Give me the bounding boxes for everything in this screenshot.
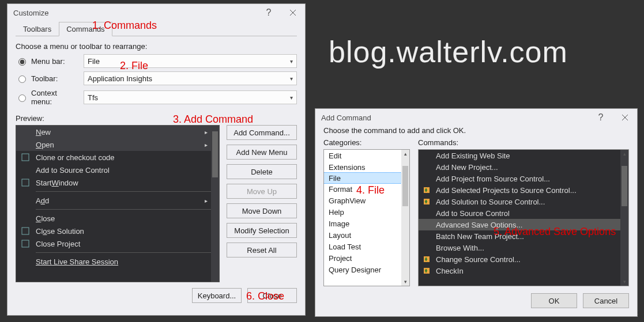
preview-menu-item[interactable]: Start Window — [16, 176, 219, 189]
radio-menubar[interactable] — [18, 58, 26, 66]
command-item[interactable]: Advanced Save Options... — [419, 219, 628, 230]
tab-toolbars[interactable]: Toolbars — [16, 22, 59, 36]
submenu-arrow-icon: ▸ — [205, 129, 208, 135]
svg-rect-5 — [22, 240, 29, 247]
command-item-label: CheckIn — [436, 267, 464, 275]
command-item[interactable]: Add Solution to Source Control... — [419, 196, 628, 207]
scroll-down-icon[interactable]: ▾ — [401, 278, 409, 286]
svg-rect-2 — [22, 154, 29, 161]
scrollbar-thumb[interactable] — [402, 166, 408, 206]
command-item-label: Add Solution to Source Control... — [436, 198, 545, 206]
close-button[interactable]: Close — [247, 288, 297, 303]
help-button[interactable]: ? — [257, 4, 281, 21]
close-icon[interactable] — [281, 4, 305, 21]
preview-menu-item[interactable]: Start Live Share Session — [16, 255, 219, 268]
tab-commands[interactable]: Commands — [59, 22, 112, 36]
category-item[interactable]: Help — [324, 206, 409, 218]
menu-separator — [36, 252, 213, 253]
radio-toolbar-label[interactable]: Toolbar: — [16, 74, 79, 83]
keyboard-button[interactable]: Keyboard... — [192, 288, 242, 303]
command-item[interactable]: Add Project from Source Control... — [419, 173, 628, 184]
add-command-button[interactable]: Add Command... — [227, 125, 297, 140]
menu-item-label: Close Project — [36, 240, 80, 248]
preview-listbox[interactable]: New▸Open▸Clone or checkout codeAdd to So… — [16, 125, 220, 282]
plus-green-icon — [422, 197, 431, 206]
category-item[interactable]: Edit — [324, 150, 409, 161]
command-item[interactable]: Add New Project... — [419, 161, 628, 173]
help-button[interactable]: ? — [589, 109, 613, 126]
scroll-up-icon[interactable]: ▴ — [401, 150, 409, 158]
chevron-down-icon: ▾ — [290, 58, 293, 65]
category-item[interactable]: File — [323, 172, 410, 184]
category-item[interactable]: Project — [324, 252, 409, 264]
radio-menubar-label[interactable]: Menu bar: — [16, 56, 79, 66]
contextmenu-combo[interactable]: Tfs ▾ — [84, 90, 297, 104]
radio-contextmenu-label[interactable]: Context menu: — [16, 89, 79, 106]
preview-menu-item[interactable]: Open▸ — [16, 138, 219, 151]
tabstrip: Toolbars Commands — [16, 21, 297, 36]
addcmd-prompt: Choose the command to add and click OK. — [323, 126, 629, 135]
add-new-menu-button[interactable]: Add New Menu — [227, 145, 297, 160]
command-item-label: Add to Source Control — [436, 209, 510, 218]
menubar-combo[interactable]: File ▾ — [84, 54, 297, 68]
addcmd-titlebar[interactable]: Add Command ? — [315, 109, 637, 126]
menubar-combo-value: File — [88, 57, 100, 66]
command-item[interactable]: Change Source Control... — [419, 253, 628, 265]
preview-menu-item[interactable]: New▸ — [16, 126, 219, 138]
preview-menu-item[interactable]: Close — [16, 212, 219, 225]
customize-titlebar[interactable]: Customize ? — [7, 4, 305, 21]
change-icon — [422, 255, 431, 264]
scrollbar-thumb[interactable] — [212, 131, 218, 177]
chevron-down-icon: ▾ — [290, 94, 293, 101]
category-item[interactable]: Query Designer — [324, 264, 409, 275]
preview-menu-item[interactable]: Add▸ — [16, 194, 219, 207]
preview-menu-item[interactable]: Close Solution — [16, 225, 219, 237]
scroll-up-icon[interactable]: ▴ — [620, 150, 628, 158]
preview-menu-item[interactable]: Add to Source Control — [16, 164, 219, 176]
toolbar-combo[interactable]: Application Insights ▾ — [84, 71, 297, 85]
submenu-arrow-icon: ▸ — [205, 198, 208, 204]
commands-listbox[interactable]: Add Existing Web SiteAdd New Project...A… — [418, 149, 629, 286]
categories-label: Categories: — [323, 138, 410, 147]
command-item[interactable]: Add Existing Web Site — [419, 150, 628, 161]
category-item[interactable]: Layout — [324, 229, 409, 241]
reset-all-button[interactable]: Reset All — [227, 243, 297, 257]
cancel-button[interactable]: Cancel — [583, 293, 629, 308]
category-item[interactable]: Image — [324, 218, 409, 229]
modify-selection-button[interactable]: Modify Selection — [227, 223, 297, 238]
scrollbar[interactable] — [211, 126, 219, 282]
delete-button[interactable]: Delete — [227, 164, 297, 179]
contextmenu-combo-value: Tfs — [88, 93, 98, 102]
svg-rect-3 — [22, 179, 29, 186]
command-item-label: Advanced Save Options... — [436, 221, 522, 229]
category-item[interactable]: Extensions — [324, 161, 409, 173]
clone-icon — [21, 153, 30, 162]
scrollbar[interactable]: ▴▾ — [401, 150, 409, 286]
command-item[interactable]: Batch New Team Project... — [419, 230, 628, 242]
ok-button[interactable]: OK — [531, 293, 577, 308]
category-item[interactable]: GraphView — [324, 195, 409, 206]
preview-menu-item[interactable]: Close Project — [16, 237, 219, 250]
command-item[interactable]: Browse With... — [419, 242, 628, 253]
category-item[interactable]: Load Test — [324, 241, 409, 252]
menu-item-label: Clone or checkout code — [36, 153, 115, 162]
move-up-button[interactable]: Move Up — [227, 184, 297, 199]
category-item[interactable]: Format — [324, 183, 409, 195]
command-item-label: Add Project from Source Control... — [436, 175, 550, 183]
close-icon[interactable] — [613, 109, 637, 126]
scrollbar-thumb[interactable] — [622, 166, 627, 206]
move-down-button[interactable]: Move Down — [227, 203, 297, 218]
command-item[interactable]: Add to Source Control — [419, 207, 628, 219]
toolbar-text: Toolbar: — [31, 74, 58, 83]
radio-contextmenu[interactable] — [18, 94, 26, 102]
customize-title: Customize — [13, 9, 48, 17]
categories-listbox[interactable]: EditExtensionsFileFormatGraphViewHelpIma… — [323, 149, 410, 286]
checkin-icon — [422, 266, 431, 275]
radio-toolbar[interactable] — [18, 75, 26, 83]
preview-menu-item[interactable]: Clone or checkout code — [16, 151, 219, 164]
command-item[interactable]: Add Selected Projects to Source Control.… — [419, 184, 628, 196]
add-command-dialog: Add Command ? Choose the command to add … — [315, 108, 638, 317]
scroll-down-icon[interactable]: ▾ — [620, 278, 628, 286]
command-item[interactable]: CheckIn — [419, 265, 628, 276]
scrollbar[interactable]: ▴▾ — [620, 150, 628, 286]
